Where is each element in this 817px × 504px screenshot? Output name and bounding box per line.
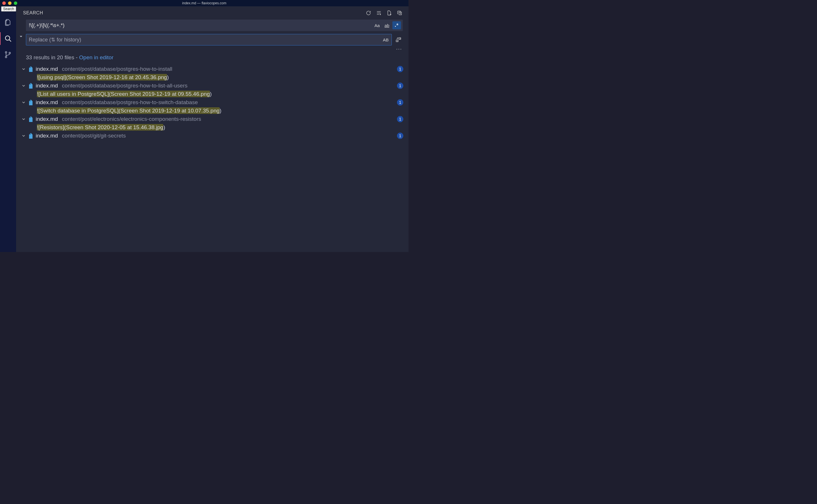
chevron-down-icon — [18, 34, 24, 39]
panel-title: SEARCH — [23, 10, 43, 16]
result-file-header[interactable]: index.mdcontent/post/database/postgres-h… — [19, 98, 408, 107]
use-regex-button[interactable]: ▪* — [392, 21, 401, 29]
match-case-button[interactable]: Aa — [373, 21, 381, 29]
result-file-group: index.mdcontent/post/electronics/electro… — [19, 115, 408, 131]
result-file-name: index.md — [36, 99, 58, 106]
replace-all-icon: ac ab — [395, 37, 401, 43]
results-list: index.mdcontent/post/database/postgres-h… — [16, 65, 408, 252]
markdown-file-icon — [28, 83, 33, 89]
result-count-badge: 1 — [397, 83, 403, 89]
result-file-header[interactable]: index.mdcontent/post/electronics/electro… — [19, 115, 408, 123]
preserve-case-button[interactable]: AB — [381, 36, 390, 44]
chevron-down-icon — [21, 100, 26, 105]
replace-input[interactable] — [29, 37, 381, 43]
search-icon — [4, 35, 12, 43]
result-match-line[interactable]: ![using psql](Screen Shot 2019-12-16 at … — [19, 73, 408, 81]
result-file-name: index.md — [36, 133, 58, 139]
search-panel: SEARCH — [16, 6, 408, 252]
result-file-group: index.mdcontent/post/database/postgres-h… — [19, 65, 408, 81]
svg-text:ab: ab — [399, 38, 401, 39]
toggle-search-details-button[interactable]: ··· — [396, 46, 402, 52]
search-activity[interactable] — [0, 30, 16, 47]
match-whole-word-button[interactable]: ab — [382, 21, 391, 29]
result-file-name: index.md — [36, 116, 58, 122]
chevron-down-icon — [21, 117, 26, 121]
result-file-path: content/post/database/postgres-how-to-in… — [62, 66, 172, 72]
git-branch-icon — [4, 51, 12, 59]
result-file-group: index.mdcontent/post/database/postgres-h… — [19, 98, 408, 115]
new-search-editor-button[interactable] — [386, 10, 392, 16]
svg-point-3 — [5, 56, 7, 58]
clear-results-button[interactable] — [376, 10, 382, 16]
markdown-file-icon — [28, 99, 33, 106]
search-tooltip: Search — [1, 6, 16, 12]
toggle-replace-button[interactable] — [18, 20, 24, 45]
result-file-path: content/post/git/git-secrets — [62, 133, 126, 139]
result-count-badge: 1 — [397, 66, 403, 72]
result-file-path: content/post/database/postgres-how-to-sw… — [62, 99, 198, 106]
result-file-group: index.mdcontent/post/database/postgres-h… — [19, 81, 408, 98]
result-count-badge: 1 — [397, 99, 403, 106]
result-file-name: index.md — [36, 66, 58, 72]
window-title: index.md — flaviocopes.com — [182, 1, 226, 5]
result-match-line[interactable]: ![List all users in PostgreSQL](Screen S… — [19, 90, 408, 98]
chevron-down-icon — [21, 133, 26, 138]
panel-actions — [365, 10, 403, 16]
open-in-editor-link[interactable]: Open in editor — [79, 54, 113, 60]
result-file-header[interactable]: index.mdcontent/post/database/postgres-h… — [19, 81, 408, 90]
svg-line-1 — [9, 40, 11, 41]
search-input[interactable] — [29, 22, 373, 28]
replace-all-button[interactable]: ac ab — [394, 35, 403, 44]
markdown-file-icon — [28, 133, 33, 139]
title-bar: index.md — flaviocopes.com Search — [0, 0, 408, 6]
result-count-badge: 1 — [397, 133, 403, 139]
svg-point-0 — [5, 36, 10, 40]
result-match-line[interactable]: ![Resistors](Screen Shot 2020-12-05 at 1… — [19, 123, 408, 131]
result-file-path: content/post/database/postgres-how-to-li… — [62, 83, 187, 89]
explorer-activity[interactable] — [0, 14, 16, 30]
panel-header: SEARCH — [16, 10, 408, 20]
maximize-window-button[interactable] — [14, 1, 17, 5]
results-summary: 33 results in 20 files - Open in editor — [16, 53, 408, 65]
files-icon — [4, 18, 12, 26]
new-file-icon — [386, 10, 392, 16]
markdown-file-icon — [28, 66, 33, 72]
markdown-file-icon — [28, 116, 33, 122]
clear-icon — [376, 10, 382, 16]
refresh-button[interactable] — [365, 10, 371, 16]
svg-point-4 — [9, 52, 10, 54]
chevron-down-icon — [21, 83, 26, 88]
svg-text:ac: ac — [397, 40, 398, 42]
result-file-group: index.mdcontent/post/git/git-secrets1 — [19, 131, 408, 140]
result-match-line[interactable]: ![Switch database in PostgreSQL](Screen … — [19, 107, 408, 115]
search-field[interactable]: Aa ab ▪* — [26, 20, 403, 31]
result-file-name: index.md — [36, 83, 58, 89]
refresh-icon — [365, 10, 371, 16]
activity-bar — [0, 6, 16, 252]
close-window-button[interactable] — [2, 1, 6, 5]
collapse-all-button[interactable] — [396, 10, 403, 16]
result-file-header[interactable]: index.mdcontent/post/database/postgres-h… — [19, 65, 408, 73]
traffic-lights — [2, 1, 17, 5]
replace-field[interactable]: AB — [26, 34, 392, 45]
source-control-activity[interactable] — [0, 47, 16, 63]
result-file-path: content/post/electronics/electronics-com… — [62, 116, 201, 122]
chevron-down-icon — [21, 67, 26, 71]
result-count-badge: 1 — [397, 116, 403, 122]
minimize-window-button[interactable] — [8, 1, 12, 5]
collapse-icon — [397, 10, 402, 16]
result-file-header[interactable]: index.mdcontent/post/git/git-secrets1 — [19, 131, 408, 140]
svg-point-2 — [5, 51, 7, 53]
